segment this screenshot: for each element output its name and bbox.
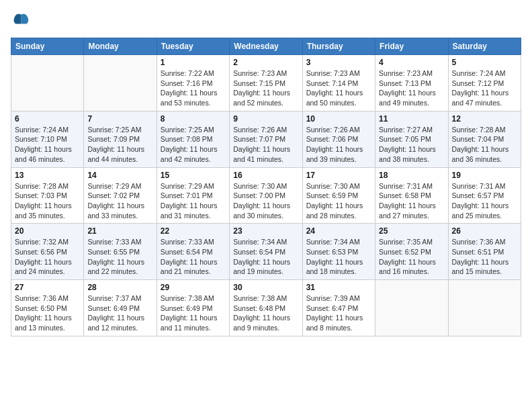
- day-number: 7: [87, 114, 152, 124]
- day-number: 16: [233, 171, 298, 180]
- calendar-cell: 28Sunrise: 7:37 AM Sunset: 6:49 PM Dayli…: [84, 280, 157, 336]
- weekday-header: Wednesday: [230, 38, 302, 55]
- calendar-cell: 10Sunrise: 7:26 AM Sunset: 7:06 PM Dayli…: [302, 111, 375, 167]
- day-number: 3: [306, 58, 371, 67]
- day-info: Sunrise: 7:33 AM Sunset: 6:54 PM Dayligh…: [161, 237, 226, 277]
- weekday-header: Friday: [375, 38, 448, 55]
- day-info: Sunrise: 7:39 AM Sunset: 6:47 PM Dayligh…: [306, 293, 371, 333]
- day-number: 31: [306, 283, 371, 292]
- calendar-cell: 27Sunrise: 7:36 AM Sunset: 6:50 PM Dayli…: [11, 280, 84, 336]
- day-number: 4: [379, 58, 444, 67]
- calendar-cell: 19Sunrise: 7:31 AM Sunset: 6:57 PM Dayli…: [448, 167, 521, 224]
- day-number: 29: [161, 283, 226, 292]
- day-number: 23: [233, 226, 298, 236]
- day-number: 13: [15, 171, 80, 180]
- day-info: Sunrise: 7:26 AM Sunset: 7:06 PM Dayligh…: [306, 125, 371, 165]
- day-number: 18: [379, 171, 444, 180]
- day-info: Sunrise: 7:25 AM Sunset: 7:08 PM Dayligh…: [161, 125, 226, 165]
- calendar-cell: 29Sunrise: 7:38 AM Sunset: 6:49 PM Dayli…: [157, 280, 229, 336]
- calendar-cell: 12Sunrise: 7:28 AM Sunset: 7:04 PM Dayli…: [448, 111, 521, 167]
- calendar-cell: 21Sunrise: 7:33 AM Sunset: 6:55 PM Dayli…: [84, 224, 157, 280]
- day-number: 20: [15, 226, 80, 236]
- day-number: 5: [452, 58, 517, 67]
- calendar-week-row: 1Sunrise: 7:22 AM Sunset: 7:16 PM Daylig…: [11, 55, 521, 111]
- calendar-cell: 3Sunrise: 7:23 AM Sunset: 7:14 PM Daylig…: [302, 55, 375, 111]
- day-number: 22: [161, 226, 226, 236]
- calendar-cell: 20Sunrise: 7:32 AM Sunset: 6:56 PM Dayli…: [11, 224, 84, 280]
- calendar-cell: 23Sunrise: 7:34 AM Sunset: 6:54 PM Dayli…: [230, 224, 302, 280]
- calendar-cell: [375, 280, 448, 336]
- day-number: 1: [161, 58, 226, 67]
- day-number: 19: [452, 171, 517, 180]
- calendar-cell: 24Sunrise: 7:34 AM Sunset: 6:53 PM Dayli…: [302, 224, 375, 280]
- day-info: Sunrise: 7:34 AM Sunset: 6:54 PM Dayligh…: [233, 237, 298, 277]
- day-number: 14: [87, 171, 152, 180]
- calendar-cell: [84, 55, 157, 111]
- logo-icon: [11, 11, 30, 30]
- day-info: Sunrise: 7:23 AM Sunset: 7:13 PM Dayligh…: [379, 68, 444, 108]
- day-number: 24: [306, 226, 371, 236]
- day-number: 26: [452, 226, 517, 236]
- day-number: 8: [161, 114, 226, 124]
- page-header: [11, 11, 521, 30]
- day-info: Sunrise: 7:24 AM Sunset: 7:10 PM Dayligh…: [15, 125, 80, 165]
- calendar-cell: 25Sunrise: 7:35 AM Sunset: 6:52 PM Dayli…: [375, 224, 448, 280]
- day-number: 2: [233, 58, 298, 67]
- day-info: Sunrise: 7:22 AM Sunset: 7:16 PM Dayligh…: [161, 68, 226, 108]
- calendar-week-row: 13Sunrise: 7:28 AM Sunset: 7:03 PM Dayli…: [11, 167, 521, 224]
- calendar-week-row: 6Sunrise: 7:24 AM Sunset: 7:10 PM Daylig…: [11, 111, 521, 167]
- calendar-cell: 31Sunrise: 7:39 AM Sunset: 6:47 PM Dayli…: [302, 280, 375, 336]
- day-info: Sunrise: 7:28 AM Sunset: 7:03 PM Dayligh…: [15, 181, 80, 221]
- calendar-cell: 18Sunrise: 7:31 AM Sunset: 6:58 PM Dayli…: [375, 167, 448, 224]
- weekday-header: Tuesday: [157, 38, 229, 55]
- calendar-cell: 17Sunrise: 7:30 AM Sunset: 6:59 PM Dayli…: [302, 167, 375, 224]
- weekday-header: Thursday: [302, 38, 375, 55]
- calendar-cell: 8Sunrise: 7:25 AM Sunset: 7:08 PM Daylig…: [157, 111, 229, 167]
- day-info: Sunrise: 7:32 AM Sunset: 6:56 PM Dayligh…: [15, 237, 80, 277]
- calendar-cell: 11Sunrise: 7:27 AM Sunset: 7:05 PM Dayli…: [375, 111, 448, 167]
- calendar-cell: 9Sunrise: 7:26 AM Sunset: 7:07 PM Daylig…: [230, 111, 302, 167]
- day-number: 12: [452, 114, 517, 124]
- calendar-table: SundayMondayTuesdayWednesdayThursdayFrid…: [11, 38, 521, 336]
- day-number: 27: [15, 283, 80, 292]
- day-info: Sunrise: 7:23 AM Sunset: 7:14 PM Dayligh…: [306, 68, 371, 108]
- day-info: Sunrise: 7:30 AM Sunset: 7:00 PM Dayligh…: [233, 181, 298, 221]
- day-info: Sunrise: 7:29 AM Sunset: 7:02 PM Dayligh…: [87, 181, 152, 221]
- calendar-cell: 4Sunrise: 7:23 AM Sunset: 7:13 PM Daylig…: [375, 55, 448, 111]
- day-info: Sunrise: 7:38 AM Sunset: 6:48 PM Dayligh…: [233, 293, 298, 333]
- day-info: Sunrise: 7:35 AM Sunset: 6:52 PM Dayligh…: [379, 237, 444, 277]
- calendar-cell: 5Sunrise: 7:24 AM Sunset: 7:12 PM Daylig…: [448, 55, 521, 111]
- day-number: 28: [87, 283, 152, 292]
- day-info: Sunrise: 7:27 AM Sunset: 7:05 PM Dayligh…: [379, 125, 444, 165]
- calendar-cell: 13Sunrise: 7:28 AM Sunset: 7:03 PM Dayli…: [11, 167, 84, 224]
- day-number: 25: [379, 226, 444, 236]
- calendar-cell: [448, 280, 521, 336]
- day-info: Sunrise: 7:30 AM Sunset: 6:59 PM Dayligh…: [306, 181, 371, 221]
- day-info: Sunrise: 7:33 AM Sunset: 6:55 PM Dayligh…: [87, 237, 152, 277]
- day-info: Sunrise: 7:26 AM Sunset: 7:07 PM Dayligh…: [233, 125, 298, 165]
- weekday-header: Monday: [84, 38, 157, 55]
- calendar-week-row: 27Sunrise: 7:36 AM Sunset: 6:50 PM Dayli…: [11, 280, 521, 336]
- calendar-cell: 6Sunrise: 7:24 AM Sunset: 7:10 PM Daylig…: [11, 111, 84, 167]
- day-number: 30: [233, 283, 298, 292]
- day-number: 17: [306, 171, 371, 180]
- day-info: Sunrise: 7:25 AM Sunset: 7:09 PM Dayligh…: [87, 125, 152, 165]
- day-info: Sunrise: 7:28 AM Sunset: 7:04 PM Dayligh…: [452, 125, 517, 165]
- day-number: 21: [87, 226, 152, 236]
- calendar-cell: 15Sunrise: 7:29 AM Sunset: 7:01 PM Dayli…: [157, 167, 229, 224]
- calendar-cell: 7Sunrise: 7:25 AM Sunset: 7:09 PM Daylig…: [84, 111, 157, 167]
- weekday-header: Saturday: [448, 38, 521, 55]
- calendar-cell: 22Sunrise: 7:33 AM Sunset: 6:54 PM Dayli…: [157, 224, 229, 280]
- logo: [11, 11, 32, 30]
- calendar-cell: [11, 55, 84, 111]
- day-info: Sunrise: 7:34 AM Sunset: 6:53 PM Dayligh…: [306, 237, 371, 277]
- day-number: 15: [161, 171, 226, 180]
- calendar-cell: 16Sunrise: 7:30 AM Sunset: 7:00 PM Dayli…: [230, 167, 302, 224]
- day-info: Sunrise: 7:23 AM Sunset: 7:15 PM Dayligh…: [233, 68, 298, 108]
- day-info: Sunrise: 7:31 AM Sunset: 6:57 PM Dayligh…: [452, 181, 517, 221]
- calendar-cell: 30Sunrise: 7:38 AM Sunset: 6:48 PM Dayli…: [230, 280, 302, 336]
- day-number: 11: [379, 114, 444, 124]
- day-info: Sunrise: 7:24 AM Sunset: 7:12 PM Dayligh…: [452, 68, 517, 108]
- day-info: Sunrise: 7:38 AM Sunset: 6:49 PM Dayligh…: [161, 293, 226, 333]
- weekday-header: Sunday: [11, 38, 84, 55]
